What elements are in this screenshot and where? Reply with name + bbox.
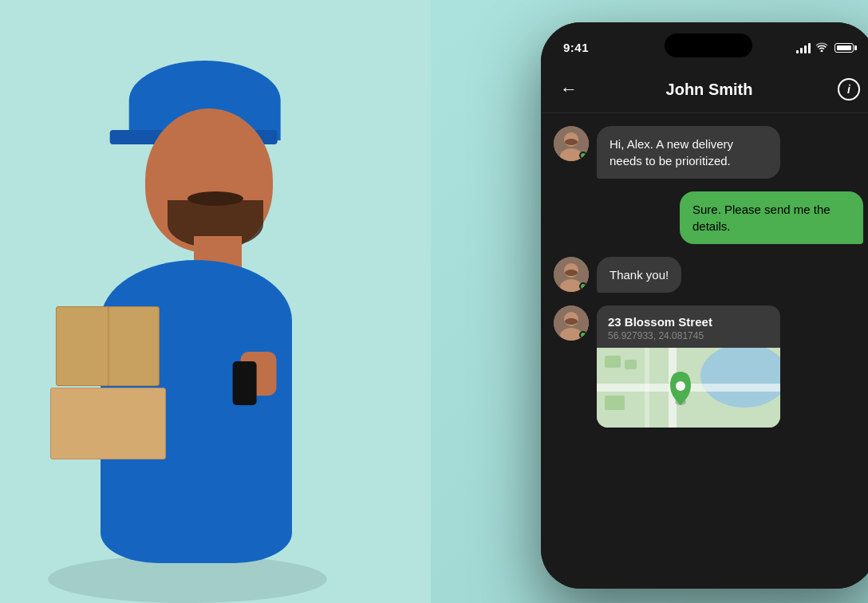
svg-rect-16 [645, 348, 649, 428]
info-button[interactable]: i [838, 78, 860, 100]
avatar [554, 305, 589, 341]
message-row: Sure. Please send me the details. [554, 191, 863, 244]
wifi-icon [815, 41, 828, 54]
svg-point-7 [565, 270, 578, 276]
phone-frame: 9:41 [541, 22, 868, 589]
svg-rect-19 [605, 396, 625, 410]
phone-mockup: 9:41 [541, 22, 868, 589]
avatar [554, 126, 589, 161]
package-stack [56, 306, 166, 459]
avatar [554, 257, 589, 292]
status-icons [796, 41, 854, 54]
location-name: 23 Blossom Street [608, 315, 769, 329]
signal-icon [796, 42, 811, 53]
online-indicator [579, 152, 587, 160]
message-row: Hi, Alex. A new delivery needs to be pri… [554, 126, 863, 179]
dynamic-island [665, 34, 752, 57]
messages-area: Hi, Alex. A new delivery needs to be pri… [541, 113, 868, 589]
chat-screen: ← John Smith i [541, 66, 868, 589]
back-button[interactable]: ← [557, 76, 581, 103]
message-bubble: Sure. Please send me the details. [680, 191, 863, 244]
status-time: 9:41 [563, 41, 589, 54]
location-card[interactable]: 23 Blossom Street 56.927933, 24.081745 [597, 305, 780, 428]
person-phone-prop [233, 361, 257, 405]
delivery-person-area [0, 0, 431, 603]
svg-rect-18 [625, 360, 637, 369]
chat-header: ← John Smith i [541, 66, 868, 113]
svg-point-11 [565, 318, 578, 325]
message-row: Thank you! [554, 257, 863, 293]
message-row: 23 Blossom Street 56.927933, 24.081745 [554, 305, 863, 428]
package-top [56, 306, 160, 386]
online-indicator [579, 331, 587, 339]
message-bubble: Thank you! [597, 257, 681, 293]
map-preview [597, 348, 780, 428]
contact-name: John Smith [666, 81, 753, 99]
battery-icon [834, 43, 854, 53]
svg-point-21 [676, 381, 685, 391]
online-indicator [579, 282, 587, 290]
svg-point-3 [565, 139, 578, 145]
message-bubble: Hi, Alex. A new delivery needs to be pri… [597, 126, 780, 179]
person-mustache [187, 191, 243, 206]
package-bottom [50, 388, 166, 459]
location-coords: 56.927933, 24.081745 [608, 330, 769, 341]
svg-rect-17 [605, 356, 621, 368]
